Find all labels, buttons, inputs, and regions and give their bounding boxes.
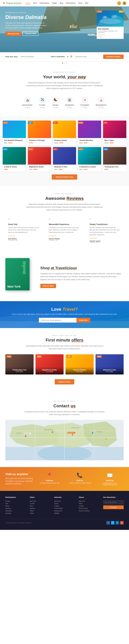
footer-link-america[interactable]: America	[5, 508, 26, 509]
footer-link-privacy[interactable]: Privacy Policy	[79, 508, 99, 509]
logo[interactable]: ✈ Travellicious	[3, 2, 21, 5]
offer-card-3[interactable]: $380 Weekend in Oslo From $380	[96, 354, 124, 374]
tour-card-body-7: Weekend in Oslo $450 $380	[53, 164, 76, 172]
search-icon-btn[interactable]: 🔍	[117, 1, 121, 5]
footer-link-asia[interactable]: Asia	[5, 503, 26, 504]
search-tours-button[interactable]: SEARCH TOURS	[103, 54, 124, 59]
footer-link-aboutus[interactable]: About Us	[79, 500, 99, 502]
footer-link-newyork[interactable]: New York	[30, 500, 50, 502]
explore-tours-button[interactable]: Explore Tours	[55, 379, 74, 384]
linkedin-icon[interactable]: in	[116, 521, 119, 524]
subscribe-button[interactable]: Subscribe	[76, 318, 90, 322]
footer-link-tokyo[interactable]: Tokyo	[30, 510, 50, 512]
tour-card-body-8: A weekend in London $620 $520	[78, 164, 101, 172]
nav-link-informations[interactable]: Informations	[66, 2, 76, 4]
reviews-title: Awesome Reviews	[5, 196, 124, 201]
twitter-icon[interactable]: t	[111, 521, 115, 524]
tour-title-8: A weekend in London	[79, 166, 100, 168]
visit-shop-button[interactable]: Visit our Shop	[40, 284, 56, 288]
tour-card-budapest[interactable]: SALE Visit Beautiful Budapest $650 $550	[3, 120, 26, 145]
footer-link-team[interactable]: Team	[79, 503, 99, 504]
footer-link-honeymoon[interactable]: Honeymoon	[54, 510, 75, 512]
category-monuments[interactable]: 🗼 Monuments 31 Tours	[93, 96, 110, 108]
offer-card-0[interactable]: $445 Thrilling New York From $445	[5, 354, 34, 374]
tour-card-newyork[interactable]: NEW Thrilling New York $890	[103, 147, 126, 172]
pyramids-icon: 🔺	[81, 96, 88, 103]
tour-card-mauritius[interactable]: SALE Tasteful Mauritius $800 $600	[78, 120, 101, 145]
find-tour-wrap: Find the Perfect Tour	[3, 172, 126, 182]
dot-1[interactable]	[62, 62, 63, 64]
nav-link-shop[interactable]: Shop	[78, 2, 82, 4]
card-subtitle: Family Holidays, Relaxation and Romantic…	[98, 30, 122, 33]
footer-link-europe[interactable]: Europe	[5, 500, 26, 502]
category-hiking[interactable]: 🥾 Hiking 26 Tours	[49, 96, 62, 108]
tour-card-japan[interactable]: HOT Big in Japan $1100 $900	[103, 120, 126, 145]
footer-title-interests: Interests	[54, 496, 75, 498]
search-destination-input[interactable]	[19, 54, 47, 59]
dot-3[interactable]	[66, 62, 67, 64]
newsletter-email-input[interactable]	[39, 318, 76, 322]
book-trip-button[interactable]: Book your trip	[5, 32, 21, 36]
tour-title-1: Vacation in Portugal	[29, 140, 50, 141]
nav-link-pages[interactable]: Pages	[52, 2, 57, 4]
dot-2[interactable]	[64, 62, 65, 64]
offer-title-0: Thrilling New York	[7, 369, 32, 371]
footer-link-beach[interactable]: Beach	[54, 503, 75, 504]
tour-card-venice[interactable]: NEW A week in Venice $680	[3, 147, 26, 172]
tour-card-seville[interactable]: SALE Magnificent Seville $720 $580	[28, 147, 51, 172]
offer-card-2[interactable]: $620 Faraway Sydney From $620	[65, 354, 94, 374]
category-flying[interactable]: ✈️ Flying 14 Tours	[36, 96, 49, 108]
flying-icon: ✈️	[39, 96, 46, 103]
footer-link-wildlife[interactable]: Wildlife	[54, 512, 75, 514]
visit-address-title: Address	[46, 480, 53, 482]
review-author-2: Jasmine Jayma	[90, 240, 121, 242]
tour-card-london[interactable]: SALE A weekend in London $620 $520	[78, 147, 101, 172]
tour-badge-0: SALE	[3, 122, 8, 124]
footer-link-london[interactable]: London	[30, 503, 50, 504]
shop-content: Shop at Travelicious Capitalise now on h…	[40, 266, 124, 288]
nav-link-home[interactable]: Home	[25, 2, 30, 4]
footer-link-sydney[interactable]: Sydney	[30, 508, 50, 509]
footer-link-contact[interactable]: Contact	[79, 505, 99, 507]
user-icon-btn[interactable]: 👤	[123, 1, 126, 5]
tour-card-oslo[interactable]: HOT Weekend in Oslo $450 $380	[53, 147, 76, 172]
review-location-0: Travellers, USA	[8, 240, 39, 241]
footer-bottom: © 2024 Travelicious. All rights reserved…	[5, 519, 124, 524]
location-select[interactable]: Select a destination	[48, 54, 69, 59]
logo-text: Travel	[6, 2, 13, 5]
your-world-title-plain: Your world,	[43, 74, 67, 79]
footer-link-terms[interactable]: Terms of Service	[79, 510, 99, 512]
footer-link-food[interactable]: Food & Wine	[54, 508, 75, 509]
nav-link-blog[interactable]: Blog	[60, 2, 63, 4]
footer-link-antarctica[interactable]: Antarctica	[5, 510, 26, 512]
card-title: Blue Dalmatia	[98, 28, 122, 30]
footer-subscribe-button[interactable]: Subscribe	[103, 506, 124, 509]
category-mountains[interactable]: ⛰️ Mountains 32 Tours	[19, 96, 36, 108]
tour-card-portugal[interactable]: NEW Vacation in Portugal $750	[28, 120, 51, 145]
footer-link-africa[interactable]: Africa	[5, 505, 26, 507]
first-minute-title-plain: First minute	[46, 338, 72, 342]
footer-link-adventure[interactable]: Adventure	[54, 500, 75, 502]
first-minute-title-italic: offers	[72, 338, 83, 342]
googleplus-icon[interactable]: g+	[120, 521, 124, 524]
nav-link-misc[interactable]: Misc	[85, 2, 89, 4]
footer-link-paris[interactable]: Paris	[30, 505, 50, 507]
date-input[interactable]	[74, 54, 102, 59]
footer-email-input[interactable]	[103, 500, 124, 504]
facebook-icon[interactable]: f	[107, 521, 110, 524]
offer-card-1[interactable]: $580 Magnificent Seville From $580	[35, 354, 64, 374]
nav-link-tours[interactable]: Tours	[33, 2, 37, 4]
offer-subtitle-2: From $620	[67, 371, 92, 372]
your-world-title-italic: your way	[67, 74, 86, 79]
footer-link-culture[interactable]: Culture	[54, 505, 75, 507]
find-perfect-tour-button[interactable]: Find the Perfect Tour	[52, 174, 77, 180]
footer-link-dubai[interactable]: Dubai	[30, 512, 50, 514]
hero-featured-card[interactable]: SALE $270 Blue	[97, 10, 124, 39]
review-title-2: Simply Travelicious!	[90, 223, 121, 226]
discover-more-button[interactable]: Discover more	[22, 32, 39, 36]
category-wonders[interactable]: 🏛️ Wonders 19 Tours	[62, 96, 77, 108]
nav-link-destinations[interactable]: Destinations	[40, 2, 49, 4]
category-pyramids[interactable]: 🔺 Pyramids 8 Tours	[77, 96, 93, 108]
tour-card-sydney[interactable]: HOT Faraway Sydney $1200 $950	[53, 120, 76, 145]
footer-link-australia[interactable]: Australia	[5, 512, 26, 514]
